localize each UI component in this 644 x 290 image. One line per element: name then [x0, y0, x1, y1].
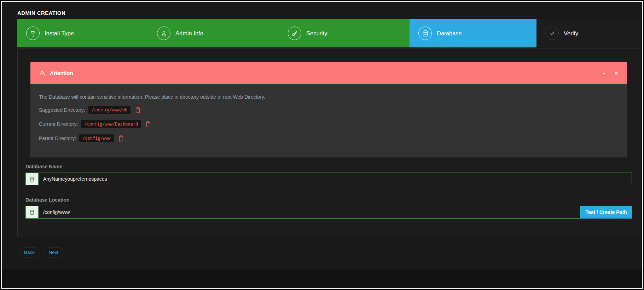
alert-actions: − ✕: [603, 70, 619, 76]
wizard-nav-buttons: Back Next: [19, 247, 640, 257]
alert-body: The Database will contain sensitive info…: [30, 84, 627, 157]
attention-alert: Attention − ✕ The Database will contain …: [30, 62, 627, 157]
directory-label: Current Directory:: [39, 121, 78, 127]
database-location-row: Test / Create Path: [25, 206, 632, 219]
suggested-directory-row: Suggested Directory: /config/www/db: [39, 106, 619, 114]
step-install-type[interactable]: Install Type: [17, 19, 148, 47]
database-name-input[interactable]: [39, 173, 632, 185]
check-icon: [545, 27, 559, 40]
key-icon: [288, 27, 301, 40]
parent-directory-row: Parent Directory: /config/www: [39, 134, 619, 143]
database-location-input[interactable]: [39, 206, 580, 219]
directory-path: /config/www/db: [88, 106, 130, 114]
database-location-label: Database Location: [25, 197, 632, 203]
database-name-label: Database Name: [25, 164, 632, 169]
clipboard-icon[interactable]: [134, 107, 141, 114]
step-security[interactable]: Security: [279, 19, 410, 47]
clipboard-icon[interactable]: [118, 135, 124, 142]
clipboard-icon[interactable]: [145, 121, 152, 128]
user-icon: [157, 27, 170, 40]
alert-header: Attention − ✕: [30, 62, 627, 84]
directory-label: Parent Directory:: [39, 135, 76, 141]
step-label: Security: [306, 30, 327, 37]
back-button[interactable]: Back: [19, 247, 40, 257]
step-database[interactable]: Database: [410, 19, 536, 47]
directory-path: /config/www/Dashboard: [81, 120, 141, 128]
app-window: ADMIN CREATION Install Type Admin Info: [1, 1, 643, 289]
warning-triangle-icon: [39, 70, 46, 76]
database-icon: [25, 173, 39, 185]
step-admin-info[interactable]: Admin Info: [148, 19, 279, 47]
directory-label: Suggested Directory:: [39, 107, 85, 113]
database-icon: [25, 206, 39, 219]
page-title: ADMIN CREATION: [17, 10, 640, 16]
signpost-icon: [26, 27, 40, 40]
alert-title: Attention: [50, 70, 73, 76]
directory-path: /config/www: [79, 134, 114, 142]
next-button[interactable]: Next: [43, 247, 63, 257]
admin-creation-panel: ADMIN CREATION Install Type Admin Info: [17, 2, 640, 257]
close-icon[interactable]: ✕: [614, 70, 619, 76]
minimize-icon[interactable]: −: [603, 70, 606, 76]
current-directory-row: Current Directory: /config/www/Dashboard: [39, 120, 619, 128]
footer-strip: [2, 269, 642, 288]
database-step-card: Attention − ✕ The Database will contain …: [17, 48, 640, 237]
step-label: Admin Info: [175, 30, 203, 37]
database-name-row: [25, 173, 632, 185]
alert-message: The Database will contain sensitive info…: [39, 94, 619, 100]
database-icon: [418, 27, 432, 40]
wizard-steps: Install Type Admin Info Security: [17, 19, 640, 47]
step-label: Database: [437, 30, 462, 37]
test-create-path-button[interactable]: Test / Create Path: [580, 206, 632, 219]
step-verify[interactable]: Verify: [536, 19, 640, 47]
step-label: Install Type: [45, 30, 74, 37]
step-label: Verify: [564, 30, 578, 37]
